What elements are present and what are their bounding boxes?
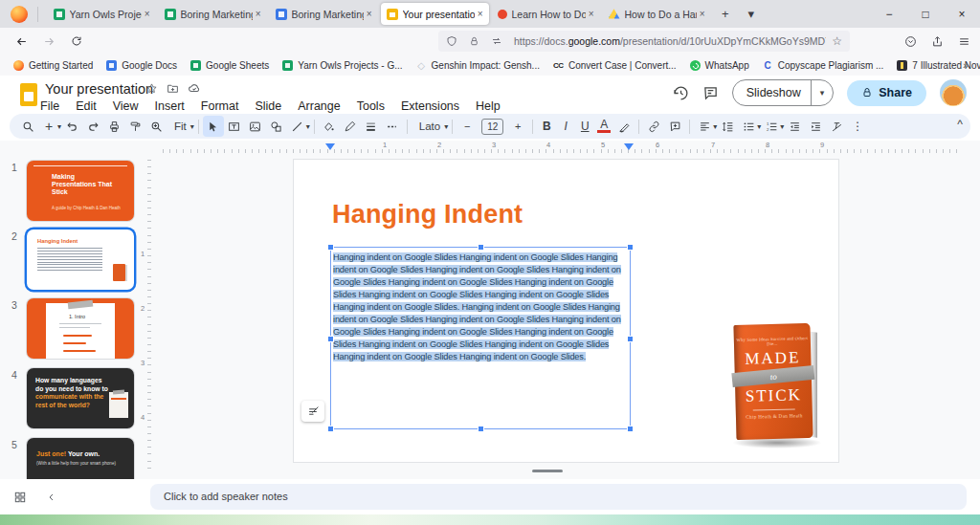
bookmark-whatsapp[interactable]: WhatsApp: [690, 60, 749, 71]
move-folder-icon[interactable]: [167, 82, 179, 95]
bookmark-copyscape[interactable]: CCopyscape Plagiarism ...: [763, 60, 884, 71]
select-tool-icon[interactable]: [203, 116, 224, 137]
pocket-icon[interactable]: [904, 35, 917, 48]
bookmark-star-icon[interactable]: ☆: [832, 34, 842, 48]
new-slide-button[interactable]: +: [38, 116, 59, 137]
line-caret-icon[interactable]: ▾: [306, 122, 310, 131]
menu-insert[interactable]: Insert: [155, 99, 185, 113]
firefox-icon[interactable]: [11, 6, 28, 23]
clear-formatting-icon[interactable]: [826, 116, 847, 137]
redo-icon[interactable]: [82, 116, 103, 137]
menu-arrange[interactable]: Arrange: [298, 99, 340, 113]
tab-close-icon[interactable]: ×: [367, 9, 372, 19]
tab-boring-marketing-doc[interactable]: Boring Marketing_How To D ×: [270, 3, 378, 25]
bookmark-yarn-owls[interactable]: Yarn Owls Projects - G...: [282, 60, 402, 71]
font-family-select[interactable]: Lato: [412, 120, 446, 132]
restore-button[interactable]: □: [907, 8, 944, 21]
slide-body-text[interactable]: Hanging indent on Google Slides Hanging …: [333, 252, 626, 363]
hide-menus-icon[interactable]: ^: [957, 118, 963, 131]
bookmark-getting-started[interactable]: Getting Started: [13, 60, 93, 71]
version-history-icon[interactable]: [673, 85, 689, 101]
resize-handle[interactable]: [478, 244, 484, 251]
tab-boring-marketing-internal[interactable]: Boring Marketing Internal - ×: [159, 3, 267, 25]
slideshow-button[interactable]: Slideshow ▾: [732, 79, 835, 106]
menu-extensions[interactable]: Extensions: [401, 99, 459, 113]
insert-shape-icon[interactable]: [266, 116, 287, 137]
autofit-text-button[interactable]: [301, 401, 324, 422]
zoom-icon[interactable]: [145, 116, 167, 137]
font-size-input[interactable]: 12: [481, 119, 503, 135]
slide-thumbnail-4[interactable]: How many languages do you need to know t…: [27, 368, 134, 428]
speaker-notes-input[interactable]: Click to add speaker notes: [150, 484, 967, 510]
bookmarks-overflow-icon[interactable]: »: [963, 59, 969, 71]
made-to-stick-book-image[interactable]: Why Some Ideas Survive and Others Die...…: [728, 320, 826, 448]
notes-resize-handle[interactable]: [532, 470, 563, 472]
paint-format-icon[interactable]: [124, 116, 145, 137]
vertical-ruler[interactable]: 1 2 3 4: [139, 154, 152, 479]
share-button[interactable]: Share: [847, 80, 926, 106]
menu-edit[interactable]: Edit: [76, 99, 97, 113]
insert-link-icon[interactable]: [643, 116, 664, 137]
tab-close-icon[interactable]: ×: [256, 9, 261, 19]
decrease-font-size-icon[interactable]: −: [457, 116, 478, 137]
resize-handle[interactable]: [327, 244, 334, 251]
google-slides-logo[interactable]: [20, 83, 37, 106]
numbered-list-icon[interactable]: [761, 116, 782, 137]
increase-indent-icon[interactable]: [805, 116, 826, 137]
tab-learn-hanging-indent[interactable]: Learn How to Do Hanging I ×: [492, 3, 600, 25]
bookmark-genshin[interactable]: ◇Genshin Impact: Gensh...: [416, 60, 540, 71]
cloud-saved-icon[interactable]: [188, 81, 201, 95]
slide-thumbnail-2-selected[interactable]: Hanging Indent: [27, 230, 134, 290]
fill-color-icon[interactable]: [319, 116, 340, 137]
insert-line-icon[interactable]: [287, 116, 308, 137]
forward-button[interactable]: [43, 35, 56, 48]
highlight-color-icon[interactable]: [613, 116, 635, 137]
indent-marker-left[interactable]: [325, 143, 335, 150]
undo-icon[interactable]: [61, 116, 82, 137]
extensions-icon[interactable]: [931, 35, 944, 48]
italic-icon[interactable]: I: [556, 120, 575, 133]
reload-button[interactable]: [71, 35, 82, 47]
print-icon[interactable]: [103, 116, 124, 137]
insert-image-icon[interactable]: [245, 116, 266, 137]
resize-handle[interactable]: [327, 426, 334, 432]
slide-title[interactable]: Hanging Indent: [332, 200, 523, 230]
search-menus-icon[interactable]: [17, 116, 38, 137]
bookmark-convert-case[interactable]: CCConvert Case | Convert...: [553, 60, 677, 71]
menu-format[interactable]: Format: [201, 99, 239, 113]
new-tab-button[interactable]: +: [722, 7, 729, 21]
indent-marker-right[interactable]: [624, 143, 634, 150]
bookmark-google-docs[interactable]: Google Docs: [106, 60, 177, 71]
tab-close-icon[interactable]: ×: [700, 9, 705, 19]
tab-close-icon[interactable]: ×: [589, 9, 594, 19]
add-comment-icon[interactable]: [664, 116, 685, 137]
font-caret-icon[interactable]: ▾: [444, 122, 448, 131]
line-spacing-icon[interactable]: [717, 116, 738, 137]
minimize-button[interactable]: −: [871, 8, 907, 21]
collapse-filmstrip-icon[interactable]: [46, 492, 57, 503]
selected-text-box[interactable]: Hanging indent on Google Slides Hanging …: [330, 247, 631, 429]
tab-close-icon[interactable]: ×: [478, 9, 483, 19]
grid-view-icon[interactable]: [13, 491, 27, 504]
shield-icon[interactable]: [446, 35, 463, 47]
tab-your-presentation[interactable]: Your presentation - Google ×: [381, 3, 489, 25]
slide-thumbnail-3[interactable]: 1. Intro: [27, 298, 134, 359]
close-window-button[interactable]: ×: [944, 8, 980, 21]
list-tabs-icon[interactable]: ▾: [748, 7, 755, 21]
url-bar[interactable]: https://docs.google.com/presentation/d/1…: [438, 31, 850, 52]
decrease-indent-icon[interactable]: [784, 116, 805, 137]
zoom-fit-caret-icon[interactable]: ▾: [190, 122, 194, 131]
resize-handle[interactable]: [478, 426, 484, 432]
tab-how-to-hanging-indent[interactable]: How to Do a Hanging Inde ×: [603, 3, 711, 25]
menu-tools[interactable]: Tools: [357, 99, 385, 113]
menu-slide[interactable]: Slide: [255, 99, 281, 113]
border-color-icon[interactable]: [340, 116, 361, 137]
align-icon[interactable]: [694, 116, 715, 137]
menu-help[interactable]: Help: [476, 99, 501, 113]
resize-handle[interactable]: [627, 426, 634, 432]
slide-thumbnail-1[interactable]: Making Presentations That Stick A guide …: [27, 161, 134, 221]
resize-handle[interactable]: [627, 336, 634, 342]
menu-hamburger-icon[interactable]: [958, 35, 970, 48]
slideshow-caret-icon[interactable]: ▾: [812, 88, 834, 98]
star-document-icon[interactable]: [145, 82, 158, 95]
